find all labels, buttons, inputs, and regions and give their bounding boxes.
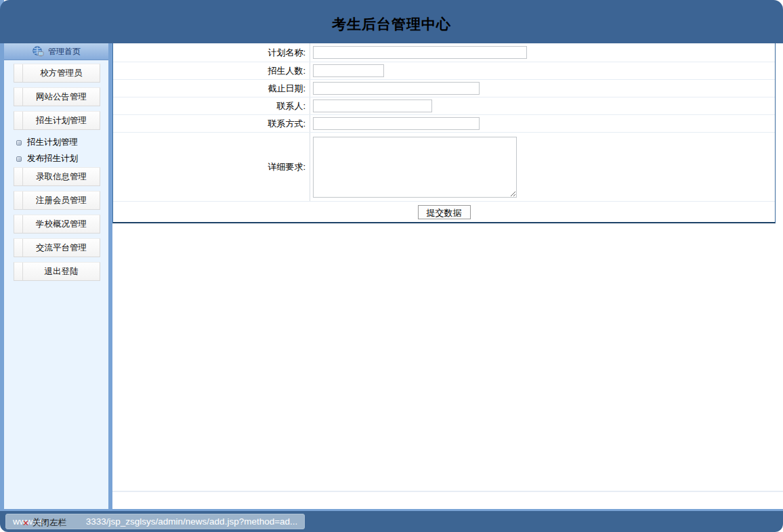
close-left-panel-label: 关闭左栏: [33, 517, 66, 529]
sidebar-item-member-manage[interactable]: 注册会员管理: [14, 191, 100, 210]
main-bottom-separator: [112, 491, 783, 492]
deadline-input[interactable]: [313, 82, 480, 95]
status-url-suffix: 3333/jsp_zsglsys/admin/news/add.jsp?meth…: [86, 516, 298, 527]
submit-row: 提交数据: [113, 202, 775, 222]
menu-button-strip: [14, 192, 23, 209]
menu-button-strip: [14, 215, 23, 233]
field-cell: [310, 82, 775, 95]
form-row: 截止日期:: [113, 80, 775, 97]
sidebar-item-label: 学校概况管理: [23, 215, 100, 233]
field-cell: [310, 117, 775, 130]
app-header: 考生后台管理中心: [0, 0, 783, 43]
bullet-icon: [16, 156, 22, 162]
sidebar-item-label: 录取信息管理: [23, 168, 100, 185]
page: { "header": { "title": "考生后台管理中心" }, "si…: [0, 0, 783, 532]
plan-name-input[interactable]: [313, 46, 527, 59]
plan-name-label: 计划名称:: [113, 43, 310, 62]
form-row: 联系人:: [113, 97, 775, 115]
sidebar-subitem-label: 招生计划管理: [27, 137, 78, 148]
form-panel: 计划名称:招生人数:截止日期:联系人:联系方式:详细要求: 提交数据: [112, 43, 776, 223]
sidebar-item-label: 退出登陆: [23, 263, 100, 280]
detail-requirements-label: 详细要求:: [113, 133, 310, 201]
sidebar-item-enrollment-plan-submenu[interactable]: 招生计划管理: [11, 135, 108, 150]
main-content: 计划名称:招生人数:截止日期:联系人:联系方式:详细要求: 提交数据: [112, 43, 783, 509]
page-title: 考生后台管理中心: [332, 15, 451, 34]
sidebar-menu: 校方管理员网站公告管理招生计划管理招生计划管理发布招生计划录取信息管理注册会员管…: [4, 60, 108, 281]
close-icon: ✕: [22, 519, 29, 527]
contact-method-input[interactable]: [313, 117, 480, 130]
sidebar-subitem-label: 发布招生计划: [27, 153, 78, 164]
enrollment-count-label: 招生人数:: [113, 62, 310, 79]
sidebar-home-label: 管理首页: [48, 46, 81, 58]
sidebar-item-publish-enrollment-plan[interactable]: 发布招生计划: [11, 151, 108, 167]
sidebar-item-communication-platform[interactable]: 交流平台管理: [14, 238, 100, 257]
menu-button-strip: [14, 168, 23, 185]
sidebar: 管理首页 校方管理员网站公告管理招生计划管理招生计划管理发布招生计划录取信息管理…: [4, 43, 108, 509]
form-row: 详细要求:: [113, 133, 775, 202]
sidebar-item-logout[interactable]: 退出登陆: [14, 262, 100, 281]
field-cell: [310, 64, 775, 77]
field-cell: [310, 46, 775, 59]
menu-button-strip: [14, 112, 23, 129]
enrollment-count-input[interactable]: [313, 64, 384, 77]
close-left-panel-link[interactable]: ✕ 关闭左栏: [22, 517, 66, 529]
bullet-icon: [16, 140, 22, 146]
submit-button[interactable]: 提交数据: [418, 205, 471, 219]
menu-button-strip: [14, 239, 23, 257]
sidebar-item-admission-info-manage[interactable]: 录取信息管理: [14, 167, 100, 186]
menu-button-strip: [14, 64, 23, 82]
form-row: 联系方式:: [113, 115, 775, 133]
detail-requirements-input[interactable]: [313, 137, 517, 198]
form-rows: 计划名称:招生人数:截止日期:联系人:联系方式:详细要求:: [113, 43, 775, 202]
sidebar-item-site-notice-manage[interactable]: 网站公告管理: [14, 87, 100, 106]
contact-person-label: 联系人:: [113, 97, 310, 114]
menu-button-strip: [14, 88, 23, 106]
menu-button-strip: [14, 263, 23, 280]
form-row: 招生人数:: [113, 62, 775, 80]
sidebar-item-school-profile-manage[interactable]: 学校概况管理: [14, 215, 100, 234]
sidebar-item-label: 招生计划管理: [23, 112, 100, 129]
sidebar-item-enrollment-plan-manage[interactable]: 招生计划管理: [14, 111, 100, 130]
field-cell: [310, 137, 775, 198]
deadline-label: 截止日期:: [113, 80, 310, 97]
contact-person-input[interactable]: [313, 99, 432, 112]
sidebar-item-label: 注册会员管理: [23, 192, 100, 209]
field-cell: [310, 99, 775, 112]
form-row: 计划名称:: [113, 43, 775, 62]
sidebar-home-link[interactable]: 管理首页: [4, 43, 108, 60]
footer-bar: www.cs 3333/jsp_zsglsys/admin/news/add.j…: [0, 509, 783, 532]
globe-computer-icon: [32, 46, 44, 57]
sidebar-item-label: 交流平台管理: [23, 239, 100, 257]
sidebar-item-label: 网站公告管理: [23, 88, 100, 106]
sidebar-item-label: 校方管理员: [23, 64, 100, 82]
contact-method-label: 联系方式:: [113, 115, 310, 132]
sidebar-item-school-admin[interactable]: 校方管理员: [14, 64, 100, 83]
